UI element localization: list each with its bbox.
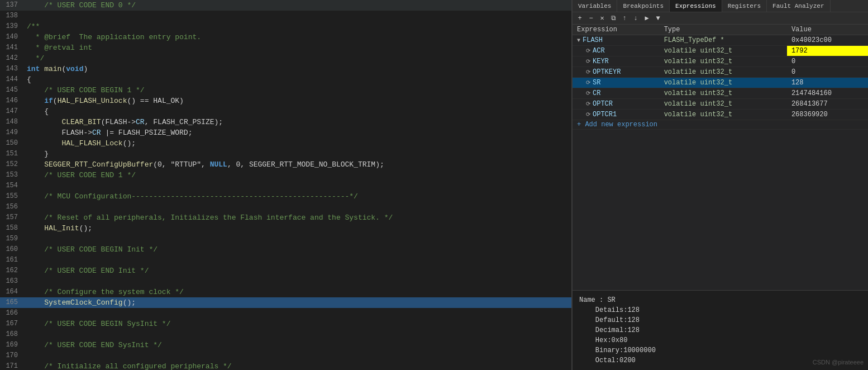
line-content-170	[22, 350, 571, 361]
line-content-149: FLASH->CR |= FLASH_PSIZE_WORD;	[22, 127, 571, 138]
expr-row-flash-keyr[interactable]: ⟳KEYRvolatile uint32_t0	[573, 56, 868, 67]
line-number-159: 159	[0, 234, 22, 244]
line-content-156	[22, 202, 571, 212]
toolbar-add-btn[interactable]: +	[575, 13, 585, 23]
expr-name-flash-keyr: ⟳KEYR	[573, 56, 660, 67]
line-content-159	[22, 234, 571, 244]
line-content-141: * @retval int	[22, 42, 571, 53]
line-number-137: 137	[0, 0, 22, 11]
add-expression-label[interactable]: + Add new expression	[573, 120, 868, 130]
line-number-171: 171	[0, 361, 22, 370]
code-line-170: 170	[0, 350, 571, 361]
watermark: CSDN @pirateeee	[813, 359, 864, 366]
line-number-158: 158	[0, 223, 22, 234]
expr-value-flash-cr: 2147484160	[787, 88, 868, 99]
expr-row-flash-sr[interactable]: ⟳SRvolatile uint32_t128	[573, 78, 868, 88]
line-content-158: HAL_Init();	[22, 223, 571, 234]
toolbar-collapse-btn[interactable]: ▶	[642, 13, 652, 23]
line-number-157: 157	[0, 212, 22, 223]
line-number-149: 149	[0, 127, 22, 138]
expr-type-flash-sr: volatile uint32_t	[660, 78, 787, 88]
line-content-144: {	[22, 74, 571, 85]
line-number-152: 152	[0, 159, 22, 170]
code-line-159: 159	[0, 234, 571, 244]
line-number-147: 147	[0, 106, 22, 117]
expr-row-flash-cr[interactable]: ⟳CRvolatile uint32_t2147484160	[573, 88, 868, 99]
line-content-143: int main(void)	[22, 64, 571, 74]
line-content-157: /* Reset of all peripherals, Initializes…	[22, 212, 571, 223]
expr-type-flash-optkeyr: volatile uint32_t	[660, 67, 787, 78]
code-line-147: 147 {	[0, 106, 571, 117]
code-line-163: 163	[0, 276, 571, 287]
toolbar-up-btn[interactable]: ↑	[619, 13, 629, 23]
expr-type-flash-root: FLASH_TypeDef *	[660, 35, 787, 46]
expr-name-flash-sr: ⟳SR	[573, 78, 660, 88]
line-content-162: /* USER CODE END Init */	[22, 265, 571, 276]
code-line-139: 139/**	[0, 21, 571, 32]
add-expression-row[interactable]: + Add new expression	[573, 120, 868, 130]
code-line-140: 140 * @brief The application entry point…	[0, 32, 571, 42]
line-content-142: */	[22, 53, 571, 64]
line-number-163: 163	[0, 276, 22, 287]
tab-fault-analyzer[interactable]: Fault Analyzer	[767, 0, 830, 12]
code-line-143: 143int main(void)	[0, 64, 571, 74]
expr-row-flash-root[interactable]: ▼FLASHFLASH_TypeDef *0x40023c00	[573, 35, 868, 46]
toolbar-clear-btn[interactable]: ✕	[597, 13, 607, 23]
expr-type-flash-keyr: volatile uint32_t	[660, 56, 787, 67]
expr-type-flash-optcr1: volatile uint32_t	[660, 110, 787, 120]
expr-row-flash-optcr[interactable]: ⟳OPTCRvolatile uint32_t268413677	[573, 99, 868, 110]
code-line-149: 149 FLASH->CR |= FLASH_PSIZE_WORD;	[0, 127, 571, 138]
line-content-161	[22, 255, 571, 265]
line-number-140: 140	[0, 32, 22, 42]
expressions-table-container[interactable]: Expression Type Value ▼FLASHFLASH_TypeDe…	[573, 25, 868, 290]
expr-name-flash-optkeyr: ⟳OPTKEYR	[573, 67, 660, 78]
expr-value-flash-optcr: 268413677	[787, 99, 868, 110]
tab-registers[interactable]: Registers	[722, 0, 767, 12]
detail-binary: Binary:10000000	[579, 345, 861, 355]
line-number-162: 162	[0, 265, 22, 276]
code-line-144: 144{	[0, 74, 571, 85]
expr-row-flash-optkeyr[interactable]: ⟳OPTKEYRvolatile uint32_t0	[573, 67, 868, 78]
code-scroll-area[interactable]: 137 /* USER CODE END 0 */138 139/**140 *…	[0, 0, 571, 370]
expr-name-flash-root: ▼FLASH	[573, 35, 660, 46]
toolbar-remove-btn[interactable]: −	[586, 13, 596, 23]
line-number-138: 138	[0, 11, 22, 21]
line-content-152: SEGGER_RTT_ConfigUpBuffer(0, "RTTUP", NU…	[22, 159, 571, 170]
toolbar-down-btn[interactable]: ↓	[631, 13, 641, 23]
line-content-153: /* USER CODE END 1 */	[22, 170, 571, 181]
tab-expressions[interactable]: Expressions	[670, 0, 722, 12]
line-content-145: /* USER CODE BEGIN 1 */	[22, 85, 571, 96]
code-line-171: 171 /* Initialize all configured periphe…	[0, 361, 571, 370]
expr-row-flash-acr[interactable]: ⟳ACRvolatile uint32_t1792	[573, 46, 868, 56]
tab-variables[interactable]: Variables	[573, 0, 617, 12]
expr-type-flash-optcr: volatile uint32_t	[660, 99, 787, 110]
line-content-137: /* USER CODE END 0 */	[22, 0, 571, 11]
toolbar-expand-btn[interactable]: ▼	[653, 13, 663, 23]
code-line-158: 158 HAL_Init();	[0, 223, 571, 234]
code-line-137: 137 /* USER CODE END 0 */	[0, 0, 571, 11]
line-number-153: 153	[0, 170, 22, 181]
line-content-169: /* USER CODE END SysInit */	[22, 340, 571, 350]
code-line-148: 148 CLEAR_BIT(FLASH->CR, FLASH_CR_PSIZE)…	[0, 117, 571, 127]
code-line-162: 162 /* USER CODE END Init */	[0, 265, 571, 276]
line-number-156: 156	[0, 202, 22, 212]
expressions-table: Expression Type Value ▼FLASHFLASH_TypeDe…	[573, 25, 868, 130]
expr-name-flash-cr: ⟳CR	[573, 88, 660, 99]
detail-default: Default:128	[579, 315, 861, 325]
line-content-146: if(HAL_FLASH_Unlock() == HAL_OK)	[22, 96, 571, 106]
expr-type-flash-cr: volatile uint32_t	[660, 88, 787, 99]
line-number-170: 170	[0, 350, 22, 361]
line-number-161: 161	[0, 255, 22, 265]
detail-details: Details:128	[579, 305, 861, 315]
line-content-139: /**	[22, 21, 571, 32]
line-number-164: 164	[0, 287, 22, 297]
code-line-165: 165 SystemClock_Config();	[0, 297, 571, 308]
expr-toolbar: + − ✕ ⧉ ↑ ↓ ▶ ▼	[573, 12, 868, 25]
expr-col-type: Type	[660, 25, 787, 35]
tab-breakpoints[interactable]: Breakpoints	[617, 0, 670, 12]
line-content-148: CLEAR_BIT(FLASH->CR, FLASH_CR_PSIZE);	[22, 117, 571, 127]
line-content-154	[22, 181, 571, 191]
expr-row-flash-optcr1[interactable]: ⟳OPTCR1volatile uint32_t268369920	[573, 110, 868, 120]
line-content-160: /* USER CODE BEGIN Init */	[22, 244, 571, 255]
toolbar-copy-btn[interactable]: ⧉	[608, 13, 618, 23]
